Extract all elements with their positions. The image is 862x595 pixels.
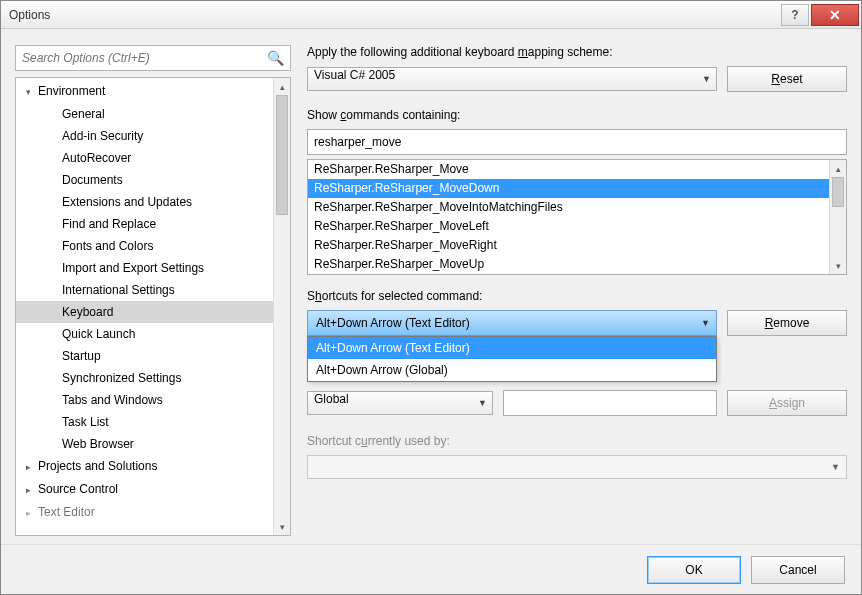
chevron-down-icon: ▼ (701, 318, 710, 328)
cancel-button[interactable]: Cancel (751, 556, 845, 584)
shortcuts-label: Shortcuts for selected command: (307, 289, 847, 303)
scope-select[interactable]: Global ▼ (307, 391, 493, 415)
tree-node-sync-settings[interactable]: Synchronized Settings (16, 367, 273, 389)
tree-node-general[interactable]: General (16, 103, 273, 125)
close-button[interactable]: ✕ (811, 4, 859, 26)
tree-node-documents[interactable]: Documents (16, 169, 273, 191)
chevron-right-icon: ▸ (26, 481, 38, 499)
mapping-scheme-select[interactable]: Visual C# 2005 ▼ (307, 67, 717, 91)
chevron-right-icon: ▸ (26, 458, 38, 476)
scroll-up-icon[interactable]: ▴ (830, 160, 846, 177)
options-dialog: Options ? ✕ 🔍 ▾Environment General Add-i… (0, 0, 862, 595)
chevron-right-icon: ▸ (26, 504, 38, 522)
tree-node-addin-security[interactable]: Add-in Security (16, 125, 273, 147)
list-item[interactable]: ReSharper.ReSharper_MoveDown (308, 179, 829, 198)
list-item[interactable]: ReSharper.ReSharper_MoveIntoMatchingFile… (308, 198, 829, 217)
search-icon: 🔍 (267, 50, 284, 66)
chevron-down-icon: ▼ (831, 462, 840, 472)
tree-node-projects[interactable]: ▸Projects and Solutions (16, 455, 273, 478)
list-item[interactable]: ReSharper.ReSharper_MoveRight (308, 236, 829, 255)
tree-node-web-browser[interactable]: Web Browser (16, 433, 273, 455)
used-by-label: Shortcut currently used by: (307, 434, 847, 448)
tree-node-source-control[interactable]: ▸Source Control (16, 478, 273, 501)
tree-node-international[interactable]: International Settings (16, 279, 273, 301)
mapping-scheme-label: Apply the following additional keyboard … (307, 45, 847, 59)
list-scrollbar[interactable]: ▴ ▾ (829, 160, 846, 274)
combo-option[interactable]: Alt+Down Arrow (Text Editor) (308, 337, 716, 359)
scroll-thumb[interactable] (276, 95, 288, 215)
tree-node-text-editor[interactable]: ▸Text Editor (16, 501, 273, 524)
ok-button[interactable]: OK (647, 556, 741, 584)
tree-node-task-list[interactable]: Task List (16, 411, 273, 433)
list-item[interactable]: ReSharper.ReSharper_Move (308, 160, 829, 179)
used-by-select: ▼ (307, 455, 847, 479)
shortcuts-combobox[interactable]: Alt+Down Arrow (Text Editor) ▼ Alt+Down … (307, 310, 717, 336)
tree-node-keyboard[interactable]: Keyboard (16, 301, 273, 323)
shortcuts-combo-head[interactable]: Alt+Down Arrow (Text Editor) ▼ (307, 310, 717, 336)
tree-node-startup[interactable]: Startup (16, 345, 273, 367)
command-filter-wrap[interactable] (307, 129, 847, 155)
tree-node-autorecover[interactable]: AutoRecover (16, 147, 273, 169)
list-item[interactable]: ReSharper.ReSharper_MoveLeft (308, 217, 829, 236)
chevron-down-icon: ▾ (26, 83, 38, 101)
shortcuts-combo-list[interactable]: Alt+Down Arrow (Text Editor) Alt+Down Ar… (307, 336, 717, 382)
tree-label: Environment (38, 84, 105, 98)
tree-scrollbar[interactable]: ▴ ▾ (273, 78, 290, 535)
show-commands-label: Show commands containing: (307, 108, 847, 122)
press-shortcut-input-wrap[interactable] (503, 390, 717, 416)
command-filter-input[interactable] (314, 135, 840, 149)
scroll-down-icon[interactable]: ▾ (830, 257, 846, 274)
reset-button[interactable]: Reset (727, 66, 847, 92)
tree-node-fonts-colors[interactable]: Fonts and Colors (16, 235, 273, 257)
list-item[interactable]: ReSharper.ReSharper_MoveUp (308, 255, 829, 274)
tree-node-find-replace[interactable]: Find and Replace (16, 213, 273, 235)
scroll-thumb[interactable] (832, 177, 844, 207)
scroll-up-icon[interactable]: ▴ (274, 78, 290, 95)
chevron-down-icon: ▼ (702, 74, 711, 84)
chevron-down-icon: ▼ (478, 398, 487, 408)
tree-node-tabs-windows[interactable]: Tabs and Windows (16, 389, 273, 411)
window-title: Options (9, 8, 781, 22)
tree-node-environment[interactable]: ▾Environment (16, 80, 273, 103)
options-tree[interactable]: ▾Environment General Add-in Security Aut… (15, 77, 291, 536)
shortcuts-selected-value: Alt+Down Arrow (Text Editor) (316, 316, 470, 330)
tree-node-quick-launch[interactable]: Quick Launch (16, 323, 273, 345)
commands-listbox[interactable]: ReSharper.ReSharper_Move ReSharper.ReSha… (307, 159, 847, 275)
remove-button[interactable]: Remove (727, 310, 847, 336)
dialog-footer: OK Cancel (1, 544, 861, 594)
assign-button[interactable]: Assign (727, 390, 847, 416)
scope-value: Global (314, 392, 349, 406)
combo-option[interactable]: Alt+Down Arrow (Global) (308, 359, 716, 381)
titlebar[interactable]: Options ? ✕ (1, 1, 861, 29)
press-shortcut-input[interactable] (510, 396, 710, 410)
mapping-scheme-value: Visual C# 2005 (314, 68, 395, 82)
search-options-input[interactable] (22, 51, 267, 65)
tree-node-import-export[interactable]: Import and Export Settings (16, 257, 273, 279)
scroll-down-icon[interactable]: ▾ (274, 518, 290, 535)
tree-node-extensions[interactable]: Extensions and Updates (16, 191, 273, 213)
help-button[interactable]: ? (781, 4, 809, 26)
search-options-input-wrap[interactable]: 🔍 (15, 45, 291, 71)
